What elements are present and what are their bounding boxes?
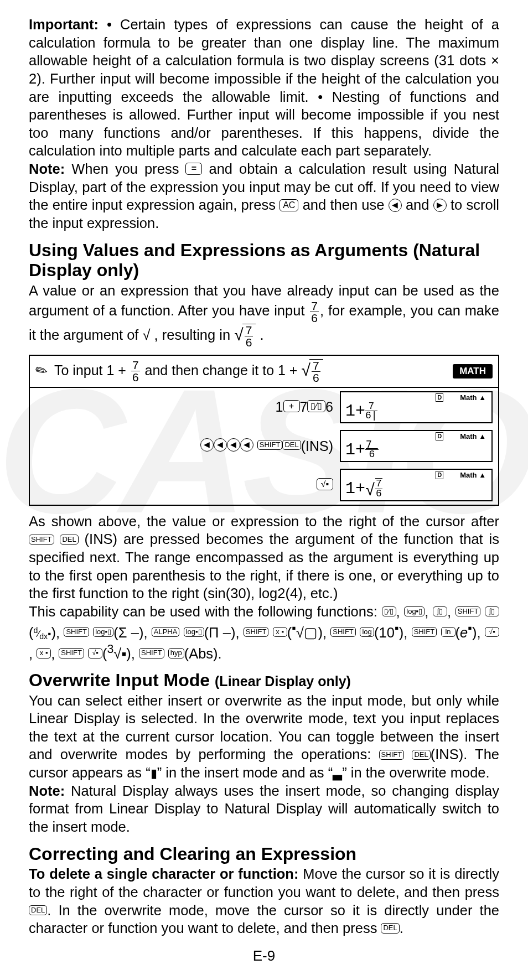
example-box: ✎ To input 1 + 76 and then change it to …: [29, 355, 499, 506]
shift-key-icon: SHIFT: [330, 627, 356, 637]
ln-key-icon: ln: [441, 627, 455, 637]
cursor-left-icon: ◀: [227, 438, 240, 452]
fraction-key-icon: ▯⁄▯: [307, 400, 325, 412]
logab-key-icon: log▪▯: [93, 627, 113, 637]
shift-key-icon: SHIFT: [379, 750, 405, 760]
integral-key-icon: ∫▯: [433, 606, 447, 616]
keystroke-row-3: √▪: [30, 465, 340, 504]
log-key-icon: log: [360, 627, 374, 637]
del-key-icon: DEL: [282, 440, 301, 450]
del-key-icon: DEL: [412, 750, 430, 760]
pencil-icon: ✎: [32, 361, 51, 382]
equals-key-icon: =: [185, 163, 202, 175]
fraction-7-6: 76: [310, 300, 319, 324]
shift-key-icon: SHIFT: [64, 627, 89, 637]
ac-key-icon: AC: [279, 199, 298, 211]
del-key-icon: DEL: [381, 923, 399, 933]
plus-key-icon: +: [283, 400, 300, 412]
math-mode-badge: MATH: [453, 364, 493, 378]
correcting-paragraph: To delete a single character or function…: [29, 865, 499, 937]
shift-key-icon: SHIFT: [29, 535, 54, 545]
keystroke-row-1: 1 + 7 ▯⁄▯ 6: [30, 388, 340, 427]
xpower-key-icon: x ▪: [37, 648, 51, 658]
overwrite-paragraph: You can select either insert or overwrit…: [29, 692, 499, 782]
shift-key-icon: SHIFT: [455, 606, 481, 616]
shift-key-icon: SHIFT: [59, 648, 84, 658]
sqrt-key-icon: √▪: [88, 648, 102, 658]
overwrite-note: Note: Natural Display always uses the in…: [29, 782, 499, 836]
note-label: Note:: [29, 161, 65, 177]
shift-key-icon: SHIFT: [244, 627, 269, 637]
calc-screen-1: DMath ▲ 1+76|: [340, 391, 493, 423]
example-header: ✎ To input 1 + 76 and then change it to …: [30, 356, 498, 388]
cursor-left-icon: ◀: [200, 438, 214, 452]
sqrt-7-6: √76: [234, 324, 256, 348]
hyp-key-icon: hyp: [168, 648, 184, 658]
del-key-icon: DEL: [60, 535, 78, 545]
fraction-key-icon: ▯⁄▯: [382, 606, 396, 616]
note-paragraph: Note: When you press = and obtain a calc…: [29, 160, 499, 232]
alpha-key-icon: ALPHA: [152, 627, 180, 637]
logab-key-icon: log▪▯: [184, 627, 204, 637]
cursor-left-icon: ◀: [389, 199, 402, 212]
sqrt-key-icon: √▪: [317, 478, 333, 490]
sqrt-key-icon: √▪: [485, 627, 499, 637]
important-paragraph: Important: • Certain types of expression…: [29, 15, 499, 160]
keystroke-row-2: ◀ ◀ ◀ ◀ SHIFT DEL (INS): [30, 427, 340, 465]
overwrite-heading: Overwrite Input Mode (Linear Display onl…: [29, 670, 499, 691]
calc-screen-3: DMath ▲ 1+√76: [340, 469, 493, 501]
shift-key-icon: SHIFT: [257, 440, 283, 450]
logab-key-icon: log▪▯: [404, 606, 425, 616]
cursor-left-icon: ◀: [240, 438, 253, 452]
cursor-left-icon: ◀: [214, 438, 227, 452]
below-example-paragraph: As shown above, the value or expression …: [29, 512, 499, 603]
arguments-paragraph: A value or an expression that you have a…: [29, 282, 499, 348]
calc-screen-2: DMath ▲ 1+7̲6: [340, 430, 493, 462]
important-label: Important:: [29, 17, 99, 32]
del-key-icon: DEL: [29, 905, 47, 915]
capability-paragraph: This capability can be used with the fol…: [29, 603, 499, 662]
integral-key-icon: ∫▯: [485, 606, 499, 616]
xpower-key-icon: x ▪: [273, 627, 287, 637]
correcting-heading: Correcting and Clearing an Expression: [29, 844, 499, 864]
shift-key-icon: SHIFT: [139, 648, 164, 658]
page-number: E-9: [29, 947, 499, 965]
arguments-heading: Using Values and Expressions as Argument…: [29, 240, 499, 281]
cursor-right-icon: ▶: [433, 199, 447, 212]
shift-key-icon: SHIFT: [412, 627, 437, 637]
